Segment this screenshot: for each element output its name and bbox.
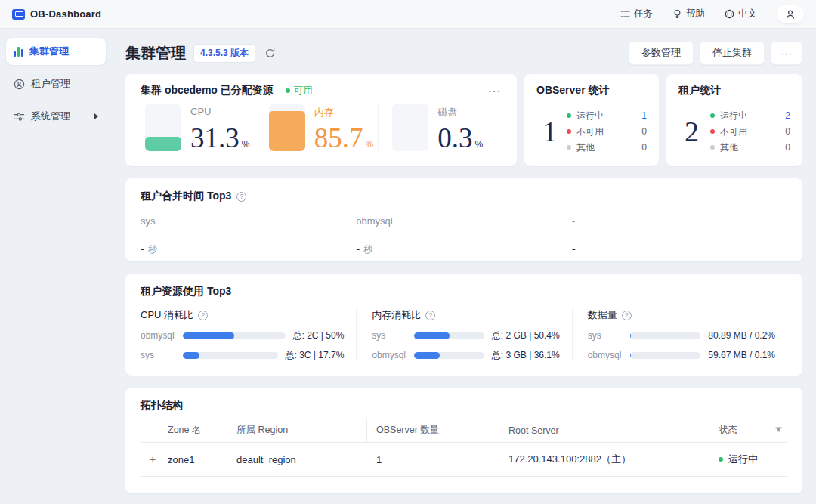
- zone-cell: zone1: [168, 443, 227, 476]
- merge-item: - -: [572, 215, 787, 256]
- legend-row-unavailable: 不可用0: [567, 125, 647, 138]
- status-cell: 运行中: [709, 443, 787, 476]
- col-root-server: Root Server: [499, 419, 709, 442]
- question-icon[interactable]: ?: [425, 311, 435, 320]
- page-title: 集群管理: [125, 43, 186, 63]
- usage-row: sys 总: 3C | 17.7%: [141, 349, 344, 361]
- merge-item: sys -秒: [141, 215, 356, 256]
- tenant-icon: [14, 79, 25, 90]
- filter-icon[interactable]: [774, 426, 783, 434]
- refresh-button[interactable]: [264, 48, 276, 59]
- more-actions-button[interactable]: ···: [771, 41, 802, 65]
- sidebar-item-cluster[interactable]: 集群管理: [6, 38, 106, 65]
- progress-bar: [630, 352, 701, 359]
- expand-row-button[interactable]: +: [141, 453, 156, 465]
- gauge-label: 内存: [314, 106, 373, 119]
- question-icon[interactable]: ?: [198, 311, 208, 320]
- usage-row: sys 80.89 MB / 0.2%: [588, 329, 775, 342]
- page-header: 集群管理 4.3.5.3 版本 参数管理 停止集群 ···: [125, 38, 802, 68]
- ob-logo-icon: [12, 9, 25, 20]
- tenant-stats-card: 租户统计 2 运行中2 不可用0 其他0: [666, 74, 802, 166]
- status-dot: [719, 457, 723, 462]
- resource-gauges: CPU 31.3% 内存 85.7% 磁盘: [141, 104, 502, 151]
- gauge-value: 0.3: [437, 126, 472, 150]
- app-logo: OB-Dashboard: [12, 8, 101, 20]
- legend-row-running: 运行中1: [567, 110, 647, 122]
- question-icon[interactable]: ?: [622, 311, 632, 320]
- observer-total: 1: [542, 117, 557, 146]
- topbar-menu: 任务 帮助 中文: [620, 5, 804, 23]
- app-title: OB-Dashboard: [30, 8, 101, 20]
- progress-bar: [183, 332, 286, 339]
- green-dot: [710, 113, 715, 118]
- stop-cluster-button[interactable]: 停止集群: [700, 41, 765, 65]
- sidebar: 集群管理 租户管理 系统管理: [0, 29, 112, 504]
- gray-dot: [710, 145, 715, 150]
- progress-bar: [414, 332, 484, 339]
- red-dot: [710, 129, 715, 134]
- merge-items: sys -秒 obmysql -秒 - -: [141, 215, 787, 256]
- root-server-cell: 172.20.143.100:2882（主）: [499, 443, 709, 476]
- sliders-icon: [14, 111, 25, 122]
- header-actions: 参数管理 停止集群 ···: [629, 41, 802, 65]
- gauge-memory: 内存 85.7%: [255, 104, 379, 151]
- usage-row: obmysql 59.67 MB / 0.1%: [588, 349, 775, 361]
- refresh-icon: [264, 48, 276, 59]
- bar-chart-icon: [14, 47, 23, 57]
- globe-icon: [725, 9, 734, 19]
- person-icon: [785, 9, 796, 20]
- table-row: + zone1 deault_region 1 172.20.143.100:2…: [141, 443, 787, 477]
- col-observer-count: OBServer 数量: [366, 419, 499, 442]
- question-icon[interactable]: ?: [236, 192, 246, 202]
- usage-sections: CPU 消耗比? obmysql 总: 2C | 50% sys 总: 3C |…: [141, 308, 787, 361]
- observer-count-cell: 1: [366, 443, 499, 476]
- tasks-menu-item[interactable]: 任务: [620, 8, 653, 20]
- stats-row: 集群 obcedemo 已分配资源 可用 ··· CPU 31.3%: [125, 74, 802, 166]
- legend-row-unavailable: 不可用0: [710, 125, 790, 138]
- gray-dot: [567, 145, 571, 150]
- progress-bar: [630, 332, 701, 339]
- tenant-total: 2: [685, 117, 699, 146]
- sidebar-item-label: 租户管理: [31, 77, 70, 91]
- resource-card-more-button[interactable]: ···: [489, 85, 502, 97]
- observer-legend: 运行中1 不可用0 其他0: [567, 110, 647, 153]
- sidebar-item-label: 集群管理: [29, 45, 69, 58]
- col-region: 所属 Region: [227, 419, 366, 442]
- language-menu-item[interactable]: 中文: [725, 8, 757, 20]
- gauge-value: 85.7: [314, 126, 363, 150]
- chevron-right-icon: [94, 113, 98, 119]
- merge-time-card: 租户合并时间 Top3 ? sys -秒 obmysql -秒 - -: [125, 178, 802, 261]
- cluster-resource-card: 集群 obcedemo 已分配资源 可用 ··· CPU 31.3%: [125, 74, 517, 166]
- usage-section-data: 数据量? sys 80.89 MB / 0.2% obmysql 59.67 M…: [572, 308, 787, 361]
- green-dot: [567, 113, 571, 118]
- gauge-value: 31.3: [190, 126, 240, 150]
- gauge-label: CPU: [190, 106, 249, 117]
- help-menu-item[interactable]: 帮助: [672, 8, 705, 20]
- topbar: OB-Dashboard 任务 帮助 中文: [0, 0, 816, 29]
- params-manage-button[interactable]: 参数管理: [629, 41, 694, 65]
- resource-card-title: 集群 obcedemo 已分配资源: [141, 84, 274, 97]
- usage-row: sys 总: 2 GB | 50.4%: [372, 329, 559, 342]
- usage-card-title: 租户资源使用 Top3: [141, 285, 787, 298]
- merge-card-title: 租户合并时间 Top3 ?: [141, 190, 787, 203]
- observer-stats-card: OBServer 统计 1 运行中1 不可用0 其他0: [524, 74, 659, 166]
- topology-card-title: 拓扑结构: [141, 399, 787, 413]
- disk-gauge-bar: [392, 104, 428, 151]
- progress-bar: [183, 352, 278, 359]
- memory-gauge-bar: [269, 104, 305, 151]
- sidebar-item-label: 系统管理: [31, 110, 70, 123]
- usage-row: obmysql 总: 2C | 50%: [141, 329, 344, 342]
- user-avatar[interactable]: [777, 5, 804, 23]
- help-bulb-icon: [672, 9, 682, 19]
- sidebar-item-system[interactable]: 系统管理: [6, 103, 106, 130]
- usage-row: obmysql 总: 3 GB | 36.1%: [372, 349, 559, 361]
- progress-bar: [414, 352, 484, 359]
- task-list-icon: [620, 9, 630, 19]
- tenant-card-title: 租户统计: [678, 84, 790, 97]
- status-dot: [286, 88, 290, 93]
- cluster-status-badge: 可用: [286, 85, 313, 97]
- usage-section-cpu: CPU 消耗比? obmysql 总: 2C | 50% sys 总: 3C |…: [141, 308, 356, 361]
- sidebar-item-tenant[interactable]: 租户管理: [6, 70, 106, 97]
- observer-card-title: OBServer 统计: [536, 84, 647, 97]
- topology-card: 拓扑结构 Zone 名 所属 Region OBServer 数量 Root S…: [125, 388, 802, 493]
